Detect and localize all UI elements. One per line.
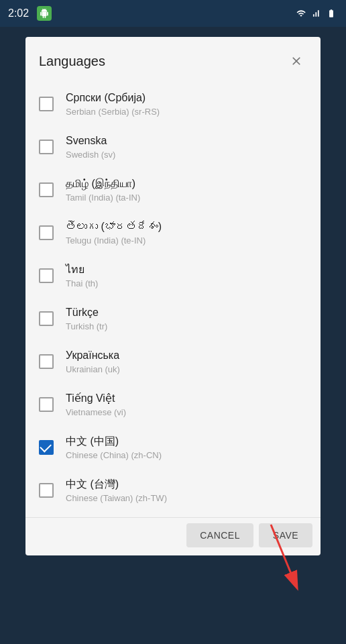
- language-subtitle: Ukrainian (uk): [66, 364, 120, 374]
- language-item[interactable]: УкраїнськаUkrainian (uk): [25, 340, 321, 383]
- language-checkbox: [39, 268, 54, 283]
- language-name: Svenska: [66, 134, 115, 148]
- dialog-footer: CANCEL SAVE: [25, 517, 321, 555]
- language-name: 中文 (台灣): [66, 478, 167, 492]
- language-subtitle: Swedish (sv): [66, 150, 115, 160]
- language-item[interactable]: 中文 (中国)Chinese (China) (zh-CN): [25, 426, 321, 469]
- language-item[interactable]: தமிழ் (இந்தியா)Tamil (India) (ta-IN): [25, 168, 321, 211]
- language-checkbox: [39, 440, 54, 455]
- language-item[interactable]: SvenskaSwedish (sv): [25, 125, 321, 168]
- language-item[interactable]: TürkçeTurkish (tr): [25, 297, 321, 340]
- language-subtitle: Thai (th): [66, 278, 98, 288]
- status-time: 2:02: [8, 7, 29, 19]
- language-name: 中文 (中国): [66, 435, 162, 449]
- close-button[interactable]: [286, 50, 307, 72]
- language-name: Српски (Србија): [66, 91, 160, 105]
- language-item[interactable]: Српски (Србија)Serbian (Serbia) (sr-RS): [25, 83, 321, 125]
- signal-icon: [311, 9, 321, 18]
- language-checkbox: [39, 354, 54, 369]
- language-list: Српски (Србија)Serbian (Serbia) (sr-RS)S…: [25, 83, 321, 517]
- language-subtitle: Serbian (Serbia) (sr-RS): [66, 107, 160, 117]
- language-checkbox: [39, 182, 54, 197]
- language-checkbox: [39, 225, 54, 240]
- language-name: Українська: [66, 349, 120, 363]
- app-icon: [37, 6, 52, 21]
- languages-dialog: Languages Српски (Србија)Serbian (Serbia…: [25, 37, 321, 555]
- language-item[interactable]: 中文 (台灣)Chinese (Taiwan) (zh-TW): [25, 469, 321, 512]
- language-checkbox: [39, 483, 54, 498]
- language-name: తెలుగు (భారతదేశం): [66, 220, 162, 234]
- status-icons: [295, 9, 338, 18]
- language-subtitle: Chinese (Taiwan) (zh-TW): [66, 493, 167, 503]
- cancel-button[interactable]: CANCEL: [186, 523, 253, 547]
- language-subtitle: Chinese (China) (zh-CN): [66, 450, 162, 460]
- language-subtitle: Vietnamese (vi): [66, 407, 126, 417]
- language-subtitle: Tamil (India) (ta-IN): [66, 193, 140, 203]
- language-name: தமிழ் (இந்தியா): [66, 177, 140, 191]
- language-name: Tiếng Việt: [66, 392, 126, 406]
- dialog-title: Languages: [39, 54, 105, 69]
- language-checkbox: [39, 97, 54, 111]
- language-checkbox: [39, 311, 54, 326]
- language-item[interactable]: ไทยThai (th): [25, 254, 321, 297]
- status-bar: 2:02: [0, 0, 346, 27]
- language-subtitle: Telugu (India) (te-IN): [66, 235, 162, 246]
- language-item[interactable]: తెలుగు (భారతదేశం)Telugu (India) (te-IN): [25, 211, 321, 254]
- language-checkbox: [39, 140, 54, 154]
- language-item[interactable]: Tiếng ViệtVietnamese (vi): [25, 383, 321, 426]
- save-button[interactable]: SAVE: [259, 523, 312, 547]
- language-name: Türkçe: [66, 306, 107, 320]
- dialog-header: Languages: [25, 37, 321, 83]
- language-name: ไทย: [66, 263, 98, 277]
- close-icon: [290, 54, 303, 68]
- wifi-icon: [295, 9, 307, 18]
- battery-icon: [325, 9, 338, 18]
- language-subtitle: Turkish (tr): [66, 321, 107, 331]
- language-checkbox: [39, 397, 54, 412]
